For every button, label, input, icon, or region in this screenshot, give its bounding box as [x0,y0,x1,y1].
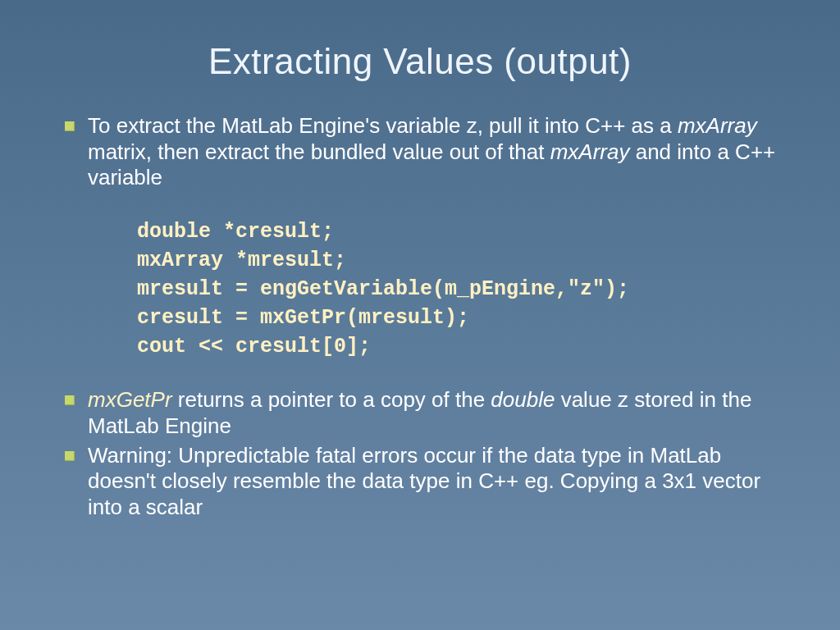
b1-text-pre: To extract the MatLab Engine's variable … [88,113,678,138]
b2-em1: mxGetPr [88,387,172,412]
bullet-item-1: To extract the MatLab Engine's variable … [62,113,778,361]
b2-em2: double [491,387,555,412]
b3-text: Warning: Unpredictable fatal errors occu… [88,443,760,519]
b2-mid1: returns a pointer to a copy of the [172,387,491,412]
b1-text-mid1: matrix, then extract the bundled value o… [88,139,550,164]
code-block: double *cresult; mxArray *mresult; mresu… [137,217,778,361]
code-line-1: double *cresult; [137,220,334,244]
slide-title: Extracting Values (output) [62,41,778,82]
b1-em1: mxArray [678,113,757,138]
code-line-3: mresult = engGetVariable(m_pEngine,"z"); [137,277,629,301]
bullet-list: To extract the MatLab Engine's variable … [62,113,778,521]
bullet-item-3: Warning: Unpredictable fatal errors occu… [62,443,778,521]
bullet-item-2: mxGetPr returns a pointer to a copy of t… [62,387,778,439]
code-line-2: mxArray *mresult; [137,249,346,272]
b1-em2: mxArray [550,139,630,164]
code-line-4: cresult = mxGetPr(mresult); [137,306,469,330]
code-line-5: cout << cresult[0]; [137,335,371,358]
